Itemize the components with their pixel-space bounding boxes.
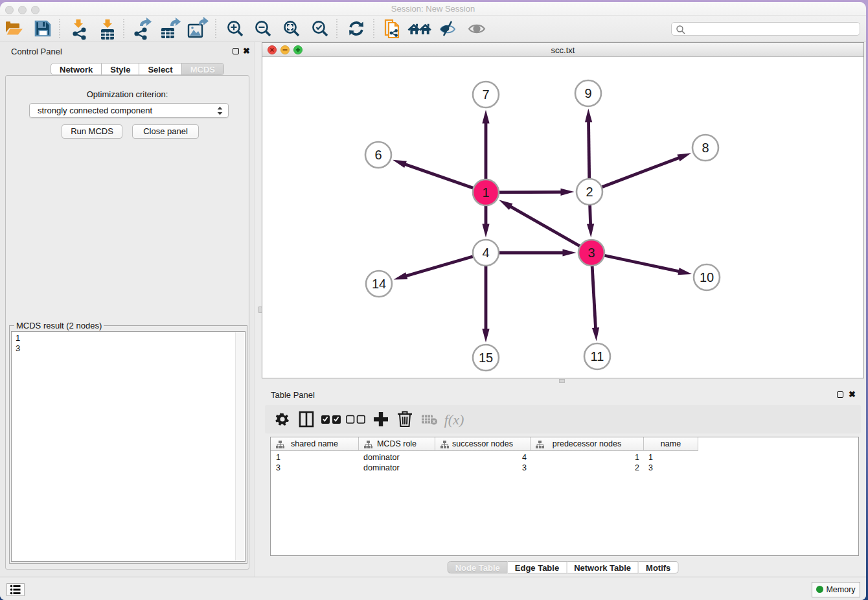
svg-text:10: 10 [700, 270, 714, 284]
svg-text:f(x): f(x) [444, 411, 464, 428]
svg-text:11: 11 [591, 349, 604, 363]
svg-text:9: 9 [584, 86, 591, 100]
svg-text:1: 1 [482, 185, 489, 200]
svg-text:8: 8 [702, 141, 709, 155]
svg-text:3: 3 [588, 246, 595, 260]
svg-text:2: 2 [586, 185, 593, 199]
svg-text:4: 4 [482, 246, 489, 260]
svg-text:7: 7 [482, 87, 489, 102]
svg-text:15: 15 [479, 351, 493, 365]
svg-text:14: 14 [372, 277, 386, 291]
svg-text:6: 6 [374, 148, 382, 162]
